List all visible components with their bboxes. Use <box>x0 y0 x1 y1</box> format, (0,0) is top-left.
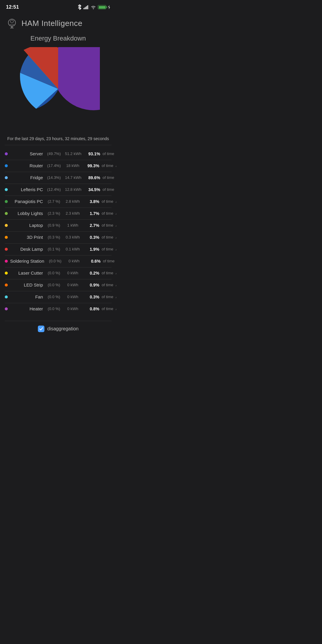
device-time-label: of time <box>102 235 113 239</box>
device-kwh: 0 kWh <box>65 271 80 275</box>
chart-section: Energy Breakdown <box>0 32 116 131</box>
app-logo-icon <box>6 17 18 29</box>
device-time-label: of time <box>103 187 114 192</box>
device-name: Desk Lamp <box>10 246 43 252</box>
device-time: 1.7% <box>83 211 99 216</box>
chart-title: Energy Breakdown <box>30 35 86 42</box>
device-name: Panagiotis PC <box>10 199 43 205</box>
device-time-label: of time <box>102 295 113 299</box>
device-kwh: 51.2 kWh <box>65 151 81 156</box>
device-time-label: of time <box>103 259 114 263</box>
device-name: Laser Cutter <box>10 270 43 276</box>
device-avg: Avg.: 100 W <box>116 199 116 204</box>
device-time-label: of time <box>102 271 113 275</box>
device-dot <box>5 188 8 191</box>
device-time-label: of time <box>102 283 113 287</box>
device-row: Server (49.7%) 51.2 kWh 93.1% of time Av… <box>0 148 116 160</box>
status-time: 12:51 <box>6 4 19 10</box>
device-time: 3.8% <box>83 199 99 204</box>
device-row: Lefteris PC (12.4%) 12.8 kWh 34.5% of ti… <box>0 184 116 196</box>
device-pct: (14.3%) <box>45 175 63 180</box>
device-name: LED Strip <box>10 282 43 288</box>
device-time: 2.7% <box>83 223 99 228</box>
device-kwh: 12.8 kWh <box>65 187 81 192</box>
device-pct: (12.4%) <box>45 187 63 192</box>
device-pct: (0.1 %) <box>45 247 63 251</box>
device-time-label: of time <box>102 211 113 216</box>
signal-icon <box>83 5 89 9</box>
device-row: Soldering Station (0.0 %) 0 kWh 0.6% of … <box>0 255 116 267</box>
device-time: 89.6% <box>84 175 100 180</box>
pie-chart <box>16 47 100 131</box>
device-time-label: of time <box>103 175 114 180</box>
device-row: Heater (0.0 %) 0 kWh 0.8% of time Avg.: … <box>0 303 116 315</box>
device-dot <box>5 248 8 251</box>
device-row: Panagiotis PC (2.7 %) 2.8 kWh 3.8% of ti… <box>0 196 116 208</box>
device-pct: (0.0 %) <box>45 283 63 287</box>
device-kwh: 1 kWh <box>65 223 80 227</box>
device-row: Router (17.4%) 18 kWh 99.3% of time Avg.… <box>0 160 116 172</box>
device-dot <box>5 295 8 298</box>
device-time: 0.3% <box>83 235 99 240</box>
svg-rect-2 <box>86 6 87 9</box>
device-time: 0.3% <box>83 295 99 299</box>
charging-icon <box>108 5 110 9</box>
device-dot <box>5 200 8 203</box>
device-time-label: of time <box>103 151 114 156</box>
device-avg: Avg.: 0 W <box>116 295 116 299</box>
device-kwh: 0.3 kWh <box>65 235 80 239</box>
device-time: 93.1% <box>84 151 100 156</box>
time-period-value: 29 days, 23 hours, 32 minutes, 29 second… <box>29 136 109 141</box>
device-kwh: 0.1 kWh <box>65 247 80 251</box>
device-pct: (0.0 %) <box>45 306 63 311</box>
device-time-label: of time <box>102 223 113 227</box>
device-kwh: 0 kWh <box>65 283 80 287</box>
device-kwh: 18 kWh <box>65 163 80 168</box>
device-pct: (49.7%) <box>45 151 63 156</box>
device-dot <box>5 152 8 155</box>
disaggregation-checkbox[interactable] <box>38 326 44 332</box>
svg-rect-1 <box>85 7 86 9</box>
device-time-label: of time <box>102 306 113 311</box>
device-time-label: of time <box>102 199 113 204</box>
disaggregation-row[interactable]: disaggregation <box>0 321 116 337</box>
device-pct: (2.7 %) <box>45 199 63 204</box>
device-kwh: 14.7 kWh <box>65 175 81 180</box>
device-row: Laser Cutter (0.0 %) 0 kWh 0.2% of time … <box>0 267 116 279</box>
disaggregation-label: disaggregation <box>47 326 79 332</box>
device-row: Fan (0.0 %) 0 kWh 0.3% of time Avg.: 0 W <box>0 291 116 303</box>
device-name: Server <box>10 151 43 157</box>
device-time: 0.6% <box>84 259 100 264</box>
device-avg: Avg.: 5 W <box>116 247 116 251</box>
device-dot <box>5 260 8 263</box>
device-name: Soldering Station <box>10 258 44 264</box>
battery-indicator <box>98 5 106 9</box>
devices-list: Server (49.7%) 51.2 kWh 93.1% of time Av… <box>0 145 116 321</box>
device-pct: (17.4%) <box>45 163 63 168</box>
device-time: 99.3% <box>83 163 99 168</box>
device-kwh: 0 kWh <box>66 259 82 263</box>
device-row: 3D Print (0.3 %) 0.3 kWh 0.3% of time Av… <box>0 231 116 243</box>
device-time: 0.2% <box>83 271 99 275</box>
device-pct: (0.9 %) <box>45 223 63 227</box>
device-pct: (0.0 %) <box>47 259 64 263</box>
svg-rect-8 <box>11 26 13 28</box>
wifi-icon <box>91 5 96 9</box>
time-period-prefix: For the last <box>7 136 30 141</box>
device-name: Laptop <box>10 222 43 228</box>
device-row: Laptop (0.9 %) 1 kWh 2.7% of time Avg.: … <box>0 219 116 231</box>
bluetooth-icon <box>78 4 82 10</box>
device-avg: Avg.: 0 W <box>116 307 116 311</box>
device-time: 0.8% <box>83 306 99 311</box>
device-row: Fridge (14.3%) 14.7 kWh 89.6% of time Av… <box>0 172 116 184</box>
device-avg: Avg.: 0 W <box>116 283 116 287</box>
device-time-label: of time <box>102 163 113 168</box>
device-row: LED Strip (0.0 %) 0 kWh 0.9% of time Avg… <box>0 279 116 291</box>
device-pct: (2.3 %) <box>45 211 63 216</box>
device-name: Fridge <box>10 175 43 181</box>
device-time: 1.9% <box>83 247 99 252</box>
status-icons <box>78 4 110 10</box>
device-pct: (0.3 %) <box>45 235 63 239</box>
device-avg: Avg.: 0 W <box>116 271 116 275</box>
device-time: 34.5% <box>84 187 100 192</box>
